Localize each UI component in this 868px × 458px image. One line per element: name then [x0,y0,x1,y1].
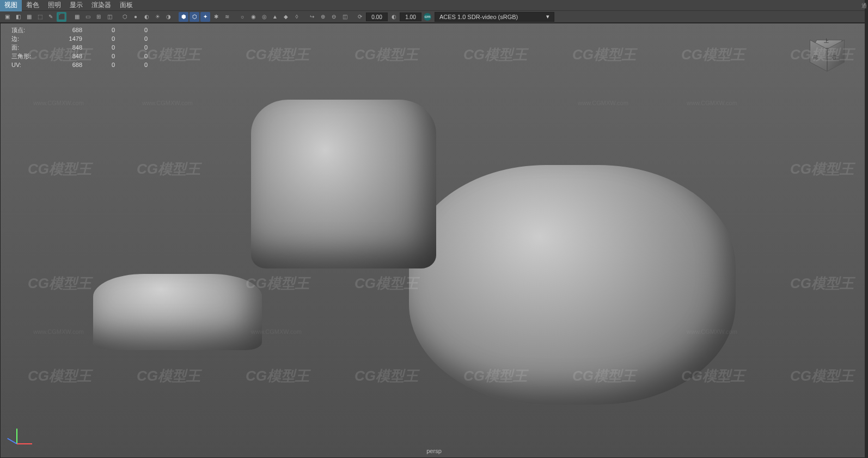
watermark: CG模型王 [246,45,309,64]
menu-show[interactable]: 显示 [65,0,87,11]
use-all-lights-icon[interactable]: ☀ [152,12,162,22]
film-gate-icon[interactable]: ▭ [83,12,93,22]
menu-panels[interactable]: 面板 [115,0,137,11]
watermark: CG模型王 [790,367,854,386]
stats-uv-total: 688 [44,62,82,68]
watermark-url: www.CGMXW.com [33,100,84,106]
axis-z-icon [7,438,17,444]
menu-renderer[interactable]: 渲染器 [87,0,115,11]
camera-name-label: persp [426,448,442,454]
motion-blur-icon[interactable]: ≋ [222,12,232,22]
grid-toggle-icon[interactable]: ▦ [72,12,82,22]
axis-y-icon [16,429,17,444]
2d-pan-zoom-icon[interactable]: ⬚ [35,12,45,22]
smooth-shade-icon[interactable]: ● [131,12,140,22]
exposure-icon[interactable]: ⟳ [355,12,365,22]
stats-tris-total: 848 [44,53,82,59]
isolate-toggle-icon[interactable]: ◫ [340,12,350,22]
stats-faces-label: 面: [11,44,44,52]
panel-toolbar: ▣ ◧ ▦ ⬚ ✎ ⬛ ▦ ▭ ⊞ ◫ ⬡ ● ◐ ☀ ◑ ⬢ ⬡ ✦ ✱ ≋ … [0,11,868,23]
bookmark-icon[interactable]: ◧ [13,12,23,22]
textured-icon[interactable]: ◐ [142,12,151,22]
watermark-url: www.CGMXW.com [142,100,193,106]
view-cube-right-label: 右 [832,54,836,61]
stats-uv-sel: 0 [82,62,115,68]
polycount-hud: 顶点: 688 0 0 边: 1479 0 0 面: 848 0 0 三角形: … [11,26,148,69]
depth-of-field-icon[interactable]: ◊ [292,12,302,22]
menu-view[interactable]: 视图 [0,0,22,11]
xray-joints-icon[interactable]: ✦ [200,12,210,22]
stats-row-verts: 顶点: 688 0 0 [11,26,148,34]
right-panel-collapsed[interactable]: 通 [865,0,868,458]
isolate-remove-icon[interactable]: ⊖ [329,12,339,22]
watermark: CG模型王 [246,367,309,386]
default-quality-icon[interactable]: ✱ [211,12,221,22]
watermark: CG模型王 [28,367,91,386]
stats-row-edges: 边: 1479 0 0 [11,34,148,43]
view-cube-top-label: 上 [824,38,829,45]
viewport-3d[interactable]: 顶点: 688 0 0 边: 1479 0 0 面: 848 0 0 三角形: … [0,23,868,458]
stats-uv-c: 0 [115,62,148,68]
watermark: CG模型王 [28,274,91,293]
mesh-object-slice[interactable] [93,274,262,350]
stats-uv-label: UV: [11,62,44,68]
stats-verts-sel: 0 [82,27,115,33]
two-sided-icon[interactable]: ◉ [248,12,258,22]
isolate-add-icon[interactable]: ⊕ [318,12,328,22]
watermark: CG模型王 [354,45,418,64]
chevron-down-icon: ▾ [546,13,549,20]
image-plane-icon[interactable]: ▦ [24,12,34,22]
panel-menubar: 视图 着色 照明 显示 渲染器 面板 [0,0,868,11]
stats-row-faces: 面: 848 0 0 [11,43,148,52]
stats-faces-c: 0 [115,44,148,51]
xray-icon[interactable]: ⬡ [190,12,199,22]
watermark: CG模型王 [137,160,200,179]
axis-gizmo[interactable] [11,423,39,450]
stats-verts-total: 688 [44,27,82,33]
stats-tris-label: 三角形: [11,52,44,60]
light-icon[interactable]: ☼ [237,12,247,22]
color-space-label: ACES 1.0 SDR-video (sRGB) [439,14,518,20]
watermark: CG模型王 [137,367,200,386]
select-camera-icon[interactable]: ▣ [2,12,12,22]
stats-edges-c: 0 [115,35,148,42]
watermark: CG模型王 [354,367,418,386]
menu-lighting[interactable]: 照明 [44,0,65,11]
right-panel-label: 通 [861,2,867,10]
watermark: CG模型王 [681,45,745,64]
isolate-select-icon[interactable]: ↪ [307,12,317,22]
gate-mask-icon[interactable]: ◫ [105,12,114,22]
mesh-object-capsule[interactable] [409,165,736,405]
color-space-dropdown[interactable]: ACES 1.0 SDR-video (sRGB) ▾ [435,12,554,22]
isolate-icon[interactable]: ⬢ [179,12,188,22]
watermark: CG模型王 [28,160,91,179]
watermark-url: www.CGMXW.com [687,100,737,106]
axis-x-icon [17,443,32,444]
menu-shading[interactable]: 着色 [22,0,44,11]
view-cube[interactable]: 前 右 上 [808,33,846,71]
stats-row-uv: UV: 688 0 0 [11,60,148,69]
anti-alias-icon[interactable]: ▲ [270,12,280,22]
watermark: CG模型王 [790,274,854,293]
stats-edges-sel: 0 [82,35,115,42]
exposure-input[interactable]: 0.00 [366,13,388,21]
mesh-object-chest[interactable] [251,100,436,268]
grease-pencil-icon[interactable]: ✎ [46,12,56,22]
wireframe-icon[interactable]: ⬡ [120,12,130,22]
ao-icon[interactable]: ◎ [259,12,269,22]
gamma-input[interactable]: 1.00 [400,13,421,21]
gamma-icon[interactable]: ◐ [389,12,399,22]
stats-edges-label: 边: [11,35,44,43]
stats-verts-c: 0 [115,27,148,33]
active-tool-icon[interactable]: ⬛ [57,12,66,22]
watermark: CG模型王 [463,45,527,64]
watermark-url: www.CGMXW.com [578,100,628,106]
stats-row-tris: 三角形: 848 0 0 [11,52,148,60]
color-management-icon[interactable]: cm [424,13,431,21]
resolution-gate-icon[interactable]: ⊞ [94,12,103,22]
shadows-icon[interactable]: ◑ [163,12,173,22]
multi-sample-icon[interactable]: ◆ [281,12,291,22]
stats-tris-c: 0 [115,53,148,59]
stats-faces-sel: 0 [82,44,115,51]
watermark: CG模型王 [790,160,854,179]
